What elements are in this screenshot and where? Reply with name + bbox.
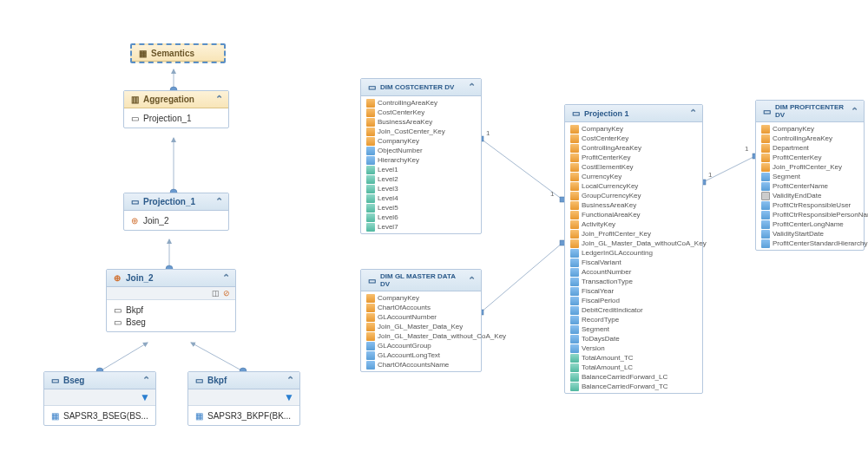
field-type-icon	[366, 223, 375, 232]
node-title: Projection_1	[143, 197, 195, 206]
entity-projection-1[interactable]: ▭ Projection 1 ⌃ CompanyKeyCostCenterKey…	[564, 104, 703, 394]
svg-line-6	[100, 343, 148, 371]
field-row[interactable]: Segment	[760, 172, 860, 181]
node-semantics[interactable]: ▦ Semantics	[130, 43, 226, 63]
field-row[interactable]: CompanyKey	[569, 124, 699, 134]
field-row[interactable]: BalanceCarriedForward_TC	[569, 382, 699, 391]
node-bseg[interactable]: ▭ Bseg ⌃ ▼ ▦SAPSR3_BSEG(BS...	[43, 371, 156, 426]
field-label: BalanceCarriedForward_LC	[582, 373, 667, 381]
filter-icon[interactable]: ▼	[140, 391, 150, 403]
field-row[interactable]: TotalAmount_TC	[569, 353, 699, 363]
field-row[interactable]: ProfitCenterName	[760, 181, 860, 191]
field-row[interactable]: HierarchyKey	[365, 155, 477, 165]
field-row[interactable]: GLAccountGroup	[365, 341, 477, 350]
collapse-icon[interactable]: ⌃	[468, 82, 476, 93]
entity-dim-profitcenter[interactable]: ▭ DIM PROFITCENTER DV ⌃ CompanyKeyContro…	[755, 100, 865, 251]
field-row[interactable]: LedgerInGLAccounting	[569, 248, 699, 258]
field-row[interactable]: RecordType	[569, 315, 699, 324]
field-row[interactable]: ControllingAreaKey	[365, 98, 477, 108]
collapse-icon[interactable]: ⌃	[468, 275, 476, 286]
field-row[interactable]: GLAccountLongText	[365, 350, 477, 360]
field-row[interactable]: Level4	[365, 193, 477, 203]
collapse-icon[interactable]: ⌃	[851, 106, 858, 117]
field-row[interactable]: TransactionType	[569, 277, 699, 286]
node-header: ▭ DIM GL MASTER DATA DV ⌃	[361, 270, 481, 291]
field-row[interactable]: FiscalYear	[569, 286, 699, 296]
field-row[interactable]: Level5	[365, 203, 477, 213]
collapse-icon[interactable]: ⌃	[222, 272, 230, 284]
field-row[interactable]: GLAccountNumber	[365, 312, 477, 322]
node-join-2[interactable]: ⊕ Join_2 ⌃ ◫⊘ ▭Bkpf ▭Bseg	[106, 269, 236, 332]
node-child: Projection_1	[143, 114, 192, 123]
collapse-icon[interactable]: ⌃	[689, 108, 697, 119]
field-row[interactable]: ValidityStartDate	[760, 229, 860, 239]
field-row[interactable]: FunctionalAreaKey	[569, 210, 699, 219]
field-row[interactable]: TotalAmount_LC	[569, 363, 699, 372]
node-title: Bseg	[63, 376, 84, 385]
collapse-icon[interactable]: ⌃	[215, 196, 223, 207]
field-row[interactable]: Level3	[365, 184, 477, 193]
field-row[interactable]: CostCenterKey	[365, 108, 477, 117]
field-row[interactable]: FiscalVariant	[569, 258, 699, 267]
field-row[interactable]: CompanyKey	[760, 124, 860, 134]
field-type-icon	[366, 332, 375, 341]
field-row[interactable]: ToDaysDate	[569, 334, 699, 343]
collapse-icon[interactable]: ⌃	[142, 375, 150, 386]
field-row[interactable]: AccountNumber	[569, 267, 699, 277]
node-projection-1[interactable]: ▭ Projection_1 ⌃ ⊕Join_2	[123, 193, 229, 231]
field-row[interactable]: Join_GL_Master_Data_withoutCoA_Key	[569, 239, 699, 248]
field-row[interactable]: DebitCreditIndicator	[569, 305, 699, 315]
field-row[interactable]: Version	[569, 343, 699, 353]
field-row[interactable]: CompanyKey	[365, 293, 477, 303]
field-row[interactable]: CurrencyKey	[569, 172, 699, 181]
entity-dim-gl-master[interactable]: ▭ DIM GL MASTER DATA DV ⌃ CompanyKeyChar…	[360, 269, 482, 372]
field-row[interactable]: CostCenterKey	[569, 134, 699, 143]
field-row[interactable]: Join_ProfitCenter_Key	[569, 229, 699, 239]
node-bkpf[interactable]: ▭ Bkpf ⌃ ▼ ▦SAPSR3_BKPF(BK...	[187, 371, 300, 426]
field-row[interactable]: ValidityEndDate	[760, 191, 860, 200]
field-row[interactable]: ProfitCenterLongName	[760, 219, 860, 229]
field-type-icon	[761, 201, 770, 210]
field-row[interactable]: ObjectNumber	[365, 146, 477, 155]
field-row[interactable]: CostElementKey	[569, 162, 699, 172]
field-row[interactable]: BusinessAreaKey	[569, 200, 699, 210]
field-row[interactable]: FiscalPeriod	[569, 296, 699, 305]
field-row[interactable]: ChartOfAccountsName	[365, 360, 477, 370]
field-type-icon	[570, 201, 579, 210]
field-row[interactable]: Join_ProfitCenter_Key	[760, 162, 860, 172]
field-row[interactable]: ControllingAreaKey	[569, 143, 699, 153]
field-row[interactable]: ProfitCenterKey	[760, 153, 860, 162]
filter-icon[interactable]: ▼	[284, 391, 294, 403]
field-row[interactable]: BusinessAreaKey	[365, 117, 477, 127]
node-title: DIM GL MASTER DATA DV	[380, 272, 464, 288]
field-row[interactable]: ChartOfAccounts	[365, 303, 477, 312]
field-row[interactable]: ProfitCenterKey	[569, 153, 699, 162]
field-row[interactable]: Level7	[365, 222, 477, 232]
field-row[interactable]: Segment	[569, 324, 699, 334]
field-type-icon	[570, 192, 579, 200]
collapse-icon[interactable]: ⌃	[286, 375, 294, 386]
field-row[interactable]: ProfitCtrResponsibleUser	[760, 200, 860, 210]
entity-dim-costcenter[interactable]: ▭ DIM COSTCENTER DV ⌃ ControllingAreaKey…	[360, 78, 482, 234]
field-row[interactable]: ControllingAreaKey	[760, 134, 860, 143]
field-row[interactable]: Join_GL_Master_Data_Key	[365, 322, 477, 331]
field-row[interactable]: Join_GL_Master_Data_without_CoA_Key	[365, 331, 477, 341]
field-row[interactable]: Join_CostCenter_Key	[365, 127, 477, 136]
field-row[interactable]: ProfitCtrResponsiblePersonName	[760, 210, 860, 219]
node-aggregation[interactable]: ▥ Aggregation ⌃ ▭Projection_1	[123, 90, 229, 128]
field-row[interactable]: Level2	[365, 174, 477, 184]
field-row[interactable]: Department	[760, 143, 860, 153]
field-row[interactable]: Level6	[365, 213, 477, 222]
field-type-icon	[366, 313, 375, 322]
field-row[interactable]: GroupCurrencyKey	[569, 191, 699, 200]
field-row[interactable]: Level1	[365, 165, 477, 174]
field-row[interactable]: BalanceCarriedForward_LC	[569, 372, 699, 382]
node-child: Join_2	[143, 216, 168, 226]
collapse-icon[interactable]: ⌃	[215, 94, 223, 105]
field-row[interactable]: LocalCurrencyKey	[569, 181, 699, 191]
field-label: Join_CostCenter_Key	[378, 128, 445, 135]
field-type-icon	[570, 249, 579, 258]
field-row[interactable]: ProfitCenterStandardHierarchy	[760, 239, 860, 248]
field-row[interactable]: ActivityKey	[569, 219, 699, 229]
field-row[interactable]: CompanyKey	[365, 136, 477, 146]
